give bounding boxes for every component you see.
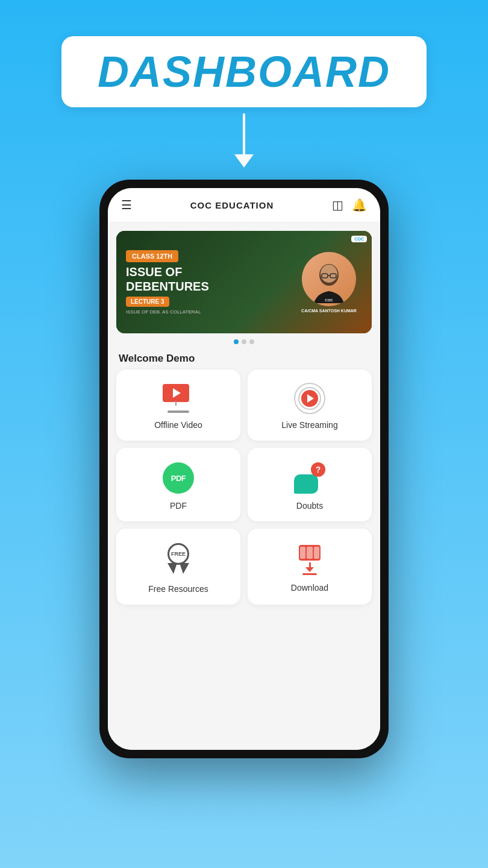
film-cell-1 [300, 547, 305, 559]
arrow-head [234, 154, 254, 168]
download-card[interactable]: Download [248, 529, 372, 605]
free-text: FREE [171, 551, 186, 557]
dot-2[interactable] [242, 339, 246, 344]
arrow-indicator [234, 113, 254, 168]
welcome-message: Welcome Demo [108, 344, 380, 370]
phone-screen: ☰ COC EDUCATION ◫ 🔔 CLASS 12TH ISSUE OF … [108, 188, 380, 750]
coc-logo-badge: COC [351, 236, 367, 242]
doubts-icon: ? [294, 462, 325, 494]
ribbon-right [180, 563, 189, 574]
header-icons: ◫ 🔔 [332, 198, 367, 212]
live-streaming-card[interactable]: Live Streaming [248, 370, 372, 441]
dashboard-title: DASHBOARD [98, 48, 390, 96]
message-icon[interactable]: ◫ [332, 198, 343, 212]
app-title: COC EDUCATION [190, 200, 274, 210]
live-circle [301, 390, 318, 407]
free-resources-card[interactable]: FREE Free Resources [116, 529, 240, 605]
offline-video-card[interactable]: Offline Video [116, 370, 240, 441]
arrow-head-down [305, 567, 314, 572]
phone-frame: ☰ COC EDUCATION ◫ 🔔 CLASS 12TH ISSUE OF … [99, 180, 389, 758]
hamburger-icon[interactable]: ☰ [121, 198, 132, 212]
offline-video-label: Offline Video [154, 420, 202, 430]
ribbon-left [167, 563, 177, 574]
live-streaming-label: Live Streaming [281, 420, 337, 430]
arrow-line [243, 113, 245, 156]
app-header: ☰ COC EDUCATION ◫ 🔔 [108, 188, 380, 222]
pdf-card[interactable]: PDF PDF [116, 448, 240, 521]
svg-text:COC: COC [325, 298, 333, 302]
arrow-shaft [309, 562, 311, 567]
doubts-card[interactable]: ? Doubts [248, 448, 372, 521]
banner-class-badge: CLASS 12TH [126, 250, 178, 262]
live-streaming-icon [293, 384, 327, 413]
live-play-triangle [307, 394, 314, 403]
banner-card[interactable]: CLASS 12TH ISSUE OF DEBENTURES LECTURE 3… [116, 231, 372, 333]
download-icon [294, 544, 325, 576]
banner-person: COC CA/CMA SANTOSH KUMAR [296, 252, 362, 313]
film-strip [299, 545, 321, 561]
carousel-dots [108, 339, 380, 344]
pdf-icon: PDF [163, 462, 194, 494]
banner-lecture-badge: LECTURE 3 [126, 297, 169, 307]
download-label: Download [291, 583, 328, 593]
banner-background: CLASS 12TH ISSUE OF DEBENTURES LECTURE 3… [116, 231, 372, 333]
banner-text-area: CLASS 12TH ISSUE OF DEBENTURES LECTURE 3… [126, 250, 296, 315]
dot-1[interactable] [234, 339, 239, 344]
pdf-label: PDF [170, 501, 187, 511]
offline-video-icon [163, 384, 194, 413]
arrow-base [302, 573, 317, 575]
film-cell-3 [314, 547, 319, 559]
free-badge-circle: FREE [167, 543, 189, 565]
banner-subtitle: ISSUE OF DEB. AS COLLATERAL [126, 309, 296, 315]
banner-main-title-line2: DEBENTURES [126, 279, 296, 294]
scroll-content[interactable]: CLASS 12TH ISSUE OF DEBENTURES LECTURE 3… [108, 222, 380, 750]
play-triangle [173, 388, 181, 398]
dot-3[interactable] [249, 339, 254, 344]
download-arrow [302, 562, 317, 575]
free-resources-icon: FREE [163, 543, 194, 577]
dashboard-header-card: DASHBOARD [61, 36, 427, 107]
board-base [167, 410, 189, 413]
question-circle: ? [311, 462, 325, 477]
instructor-name: CA/CMA SANTOSH KUMAR [296, 309, 362, 313]
chat-bubble [294, 474, 318, 494]
instructor-svg: COC [305, 258, 353, 306]
instructor-avatar: COC [302, 252, 356, 306]
banner-main-title-line1: ISSUE OF [126, 265, 296, 279]
doubts-label: Doubts [296, 501, 323, 511]
pdf-text-label: PDF [171, 474, 186, 483]
film-cell-2 [307, 547, 312, 559]
free-resources-label: Free Resources [148, 584, 208, 594]
board-shape [163, 384, 189, 402]
ribbon-row [167, 564, 189, 574]
notification-icon[interactable]: 🔔 [352, 198, 367, 212]
dashboard-grid: Offline Video Live Streaming [108, 370, 380, 605]
